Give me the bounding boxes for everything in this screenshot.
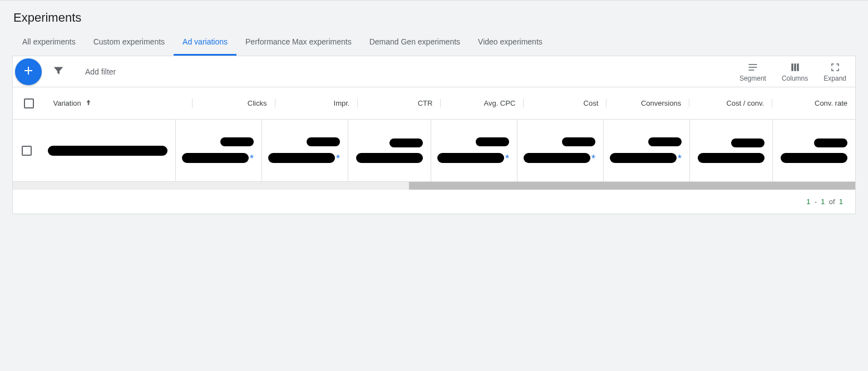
pagination-of-label: of: [829, 197, 835, 206]
column-header-conversions[interactable]: Conversions: [606, 99, 689, 107]
column-header-variation-label: Variation: [53, 99, 81, 107]
pagination-end: 1: [821, 197, 825, 206]
table-row[interactable]: * *: [13, 120, 855, 182]
row-select-cell: [13, 120, 40, 181]
columns-button[interactable]: Columns: [782, 61, 808, 82]
tabs: All experiments Custom experiments Ad va…: [0, 29, 868, 56]
significance-asterisk: *: [336, 153, 340, 165]
pagination-total: 1: [839, 197, 843, 206]
tab-all-experiments[interactable]: All experiments: [13, 29, 85, 56]
redacted-value: [648, 137, 682, 146]
columns-label: Columns: [782, 75, 808, 82]
column-header-variation[interactable]: Variation: [45, 98, 192, 108]
redacted-value: [437, 153, 504, 163]
redacted-value: [182, 153, 249, 163]
redacted-value: [781, 153, 847, 163]
columns-icon: [790, 61, 801, 73]
cell-clicks: *: [176, 120, 262, 181]
cell-impr: *: [262, 120, 348, 181]
plus-icon: [22, 64, 35, 79]
tab-demand-gen-experiments[interactable]: Demand Gen experiments: [361, 29, 469, 56]
significance-asterisk: *: [250, 153, 254, 165]
redacted-value: [698, 153, 765, 163]
row-select-checkbox[interactable]: [22, 146, 32, 156]
cell-conv-rate: [773, 120, 855, 181]
filter-button[interactable]: [52, 65, 65, 78]
cell-cost-conv: [690, 120, 773, 181]
expand-icon: [830, 61, 840, 73]
segment-icon: [747, 61, 758, 73]
expand-label: Expand: [823, 75, 846, 82]
sort-ascending-icon: [85, 98, 92, 108]
tab-ad-variations[interactable]: Ad variations: [174, 29, 236, 56]
select-all-cell: [13, 98, 45, 108]
redacted-value: [356, 153, 423, 163]
page-title: Experiments: [0, 1, 868, 29]
add-filter-button[interactable]: Add filter: [85, 67, 116, 76]
significance-asterisk: *: [591, 153, 595, 165]
pagination-footer: 1 - 1 of 1: [13, 190, 855, 214]
segment-label: Segment: [739, 75, 766, 82]
significance-asterisk: *: [505, 153, 509, 165]
redacted-value: [220, 137, 254, 146]
table-header-row: Variation Clicks Impr. CTR Avg. CPC Cost…: [13, 87, 855, 120]
significance-asterisk: *: [678, 153, 682, 165]
redacted-value: [307, 137, 340, 146]
cell-ctr: [348, 120, 431, 181]
cell-variation: [40, 120, 176, 181]
column-header-cost-conv[interactable]: Cost / conv.: [689, 99, 772, 107]
column-header-avg-cpc[interactable]: Avg. CPC: [441, 99, 524, 107]
redacted-variation-name: [48, 146, 167, 156]
redacted-value: [389, 138, 423, 147]
column-header-cost[interactable]: Cost: [524, 99, 606, 107]
redacted-value: [268, 153, 335, 163]
tab-video-experiments[interactable]: Video experiments: [469, 29, 551, 56]
redacted-value: [524, 153, 590, 163]
horizontal-scrollbar[interactable]: [13, 182, 855, 190]
column-header-clicks[interactable]: Clicks: [193, 99, 275, 107]
tab-custom-experiments[interactable]: Custom experiments: [85, 29, 174, 56]
tab-performance-max-experiments[interactable]: Performance Max experiments: [236, 29, 361, 56]
cell-cost: *: [517, 120, 604, 181]
variations-table: Variation Clicks Impr. CTR Avg. CPC Cost…: [13, 87, 855, 214]
experiments-panel: Add filter Segment Columns Expand: [12, 56, 856, 214]
expand-button[interactable]: Expand: [823, 61, 846, 82]
pagination-start: 1: [806, 197, 810, 206]
cell-conversions: *: [604, 120, 690, 181]
cell-avg-cpc: *: [431, 120, 517, 181]
toolbar: Add filter Segment Columns Expand: [13, 56, 855, 87]
redacted-value: [476, 137, 509, 146]
select-all-checkbox[interactable]: [24, 98, 34, 108]
add-button[interactable]: [15, 58, 42, 85]
redacted-value: [814, 138, 847, 147]
filter-icon: [52, 65, 65, 78]
column-header-ctr[interactable]: CTR: [358, 99, 441, 107]
column-header-conv-rate[interactable]: Conv. rate: [772, 99, 855, 107]
column-header-impr[interactable]: Impr.: [275, 99, 358, 107]
horizontal-scrollbar-thumb[interactable]: [409, 182, 855, 190]
redacted-value: [731, 138, 765, 147]
segment-button[interactable]: Segment: [739, 61, 766, 82]
redacted-value: [610, 153, 677, 163]
redacted-value: [562, 137, 595, 146]
